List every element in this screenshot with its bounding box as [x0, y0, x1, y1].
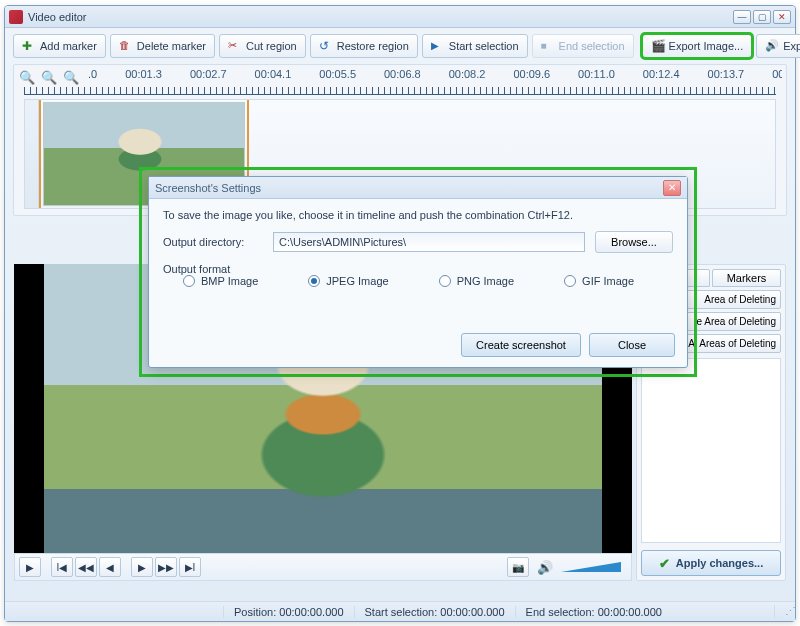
add-marker-button[interactable]: Add marker: [13, 34, 106, 58]
tick-label: 00:08.2: [449, 68, 486, 80]
status-position: Position: 00:00:00.000: [223, 606, 354, 618]
ruler-ticks: [24, 87, 776, 95]
app-icon: [9, 10, 23, 24]
dialog-close-action-button[interactable]: Close: [589, 333, 675, 357]
plus-icon: [22, 39, 36, 53]
restore-region-label: Restore region: [337, 40, 409, 52]
step-forward-button[interactable]: ▶: [131, 557, 153, 577]
output-directory-input[interactable]: C:\Users\ADMIN\Pictures\: [273, 232, 585, 252]
format-bmp-radio[interactable]: BMP Image: [183, 275, 258, 287]
create-screenshot-button[interactable]: Create screenshot: [461, 333, 581, 357]
minimize-button[interactable]: —: [733, 10, 751, 24]
film-icon: [651, 39, 665, 53]
delete-marker-label: Delete marker: [137, 40, 206, 52]
export-audio-label: Export Audio...: [783, 40, 800, 52]
areas-list[interactable]: [641, 358, 781, 543]
status-end-selection: End selection: 00:00:00.000: [515, 606, 672, 618]
dialog-hint: To save the image you like, choose it in…: [163, 209, 673, 221]
tick-label: 00:01.3: [125, 68, 162, 80]
apply-changes-button[interactable]: Apply changes...: [641, 550, 781, 576]
output-format-label: Output format: [163, 263, 673, 275]
time-ruler[interactable]: .0 00:01.3 00:02.7 00:04.1 00:05.5 00:06…: [88, 68, 782, 86]
end-selection-label: End selection: [559, 40, 625, 52]
export-image-label: Export Image...: [669, 40, 744, 52]
tick-label: 00:15.1: [772, 68, 782, 80]
play-icon: [431, 39, 445, 53]
step-back-button[interactable]: ◀: [99, 557, 121, 577]
radio-icon: [308, 275, 320, 287]
zoom-out-button[interactable]: 🔍: [40, 68, 58, 86]
restore-icon: [319, 39, 333, 53]
tick-label: 00:13.7: [708, 68, 745, 80]
snapshot-button[interactable]: 📷: [507, 557, 529, 577]
tick-label: 00:02.7: [190, 68, 227, 80]
tick-label: 00:09.6: [513, 68, 550, 80]
output-directory-label: Output directory:: [163, 236, 263, 248]
dialog-title: Screenshot's Settings: [155, 182, 261, 194]
maximize-button[interactable]: ▢: [753, 10, 771, 24]
screenshot-dialog-highlight: Screenshot's Settings ✕ To save the imag…: [142, 170, 694, 374]
zoom-in-button[interactable]: 🔍: [18, 68, 36, 86]
radio-icon: [564, 275, 576, 287]
zoom-fit-button[interactable]: 🔍: [62, 68, 80, 86]
player-controls: ▶ I◀ ◀◀ ◀ ▶ ▶▶ ▶I 📷: [14, 553, 632, 581]
volume-icon[interactable]: [531, 560, 553, 575]
tick-label: 00:06.8: [384, 68, 421, 80]
restore-region-button[interactable]: Restore region: [310, 34, 418, 58]
tick-label: .0: [88, 68, 97, 80]
cut-region-label: Cut region: [246, 40, 297, 52]
track-header[interactable]: [25, 100, 39, 208]
start-selection-button[interactable]: Start selection: [422, 34, 528, 58]
start-selection-label: Start selection: [449, 40, 519, 52]
dialog-close-button[interactable]: ✕: [663, 180, 681, 196]
radio-icon: [183, 275, 195, 287]
goto-end-button[interactable]: ▶I: [179, 557, 201, 577]
play-button[interactable]: ▶: [19, 557, 41, 577]
format-jpeg-radio[interactable]: JPEG Image: [308, 275, 388, 287]
speaker-icon: [765, 39, 779, 53]
screenshot-settings-dialog: Screenshot's Settings ✕ To save the imag…: [148, 176, 688, 368]
resize-grip[interactable]: ⋰: [774, 605, 795, 618]
tick-label: 00:04.1: [255, 68, 292, 80]
window-title: Video editor: [28, 11, 87, 23]
apply-label: Apply changes...: [676, 557, 763, 569]
rewind-button[interactable]: ◀◀: [75, 557, 97, 577]
tick-label: 00:12.4: [643, 68, 680, 80]
goto-start-button[interactable]: I◀: [51, 557, 73, 577]
export-audio-button[interactable]: Export Audio...: [756, 34, 800, 58]
tick-label: 00:05.5: [319, 68, 356, 80]
delete-marker-button[interactable]: Delete marker: [110, 34, 215, 58]
cut-region-button[interactable]: Cut region: [219, 34, 306, 58]
trash-icon: [119, 39, 133, 53]
stop-icon: [541, 39, 555, 53]
format-gif-radio[interactable]: GIF Image: [564, 275, 634, 287]
radio-icon: [439, 275, 451, 287]
volume-bar[interactable]: [561, 562, 621, 572]
scissors-icon: [228, 39, 242, 53]
dialog-titlebar[interactable]: Screenshot's Settings ✕: [149, 177, 687, 199]
status-start-selection: Start selection: 00:00:00.000: [354, 606, 515, 618]
add-marker-label: Add marker: [40, 40, 97, 52]
end-selection-button: End selection: [532, 34, 634, 58]
status-bar: Position: 00:00:00.000 Start selection: …: [5, 601, 795, 621]
close-button[interactable]: ✕: [773, 10, 791, 24]
export-image-button[interactable]: Export Image...: [642, 34, 753, 58]
browse-button[interactable]: Browse...: [595, 231, 673, 253]
tab-markers[interactable]: Markers: [712, 269, 781, 287]
titlebar[interactable]: Video editor — ▢ ✕: [5, 6, 795, 28]
tick-label: 00:11.0: [578, 68, 615, 80]
fast-forward-button[interactable]: ▶▶: [155, 557, 177, 577]
format-png-radio[interactable]: PNG Image: [439, 275, 514, 287]
main-toolbar: Add marker Delete marker Cut region Rest…: [5, 28, 795, 62]
